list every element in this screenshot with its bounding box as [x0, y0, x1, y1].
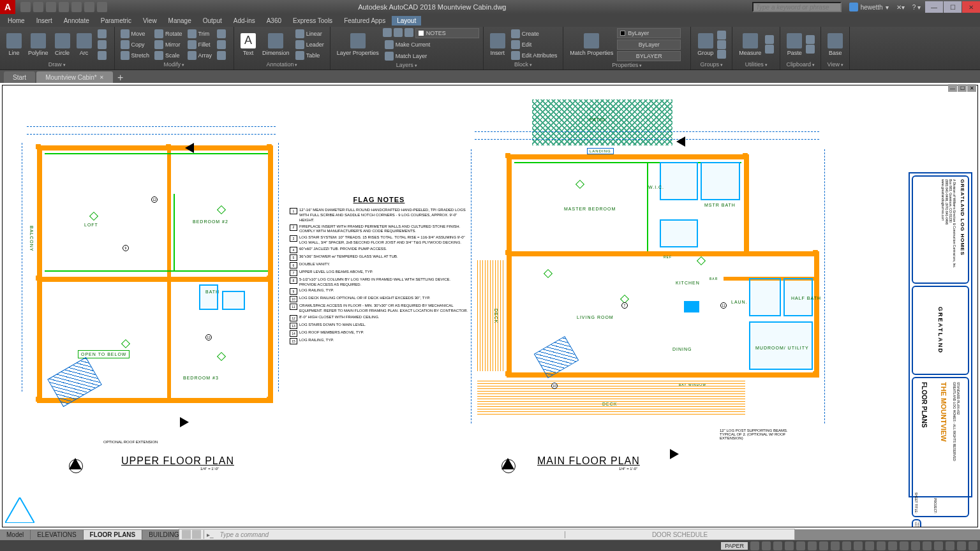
g3-icon[interactable]: [717, 50, 726, 59]
doc-min-button[interactable]: —: [948, 84, 957, 92]
maximize-button[interactable]: ☐: [944, 1, 961, 13]
app-logo[interactable]: A: [0, 0, 15, 14]
tab-add-ins[interactable]: Add-ins: [228, 16, 260, 26]
edit-block-button[interactable]: Edit: [509, 40, 560, 50]
drawing-canvas[interactable]: LOFT BEDROOM #2 BATH BEDROOM #3 OPEN TO …: [0, 83, 980, 529]
line-button[interactable]: Line: [4, 28, 24, 61]
text-button[interactable]: AText: [238, 28, 258, 61]
tab-manage[interactable]: Manage: [163, 16, 197, 26]
polar-icon[interactable]: [785, 541, 794, 550]
qat-plot-icon[interactable]: [71, 2, 82, 12]
color-combo[interactable]: ByLayer: [617, 28, 681, 38]
lineweight-combo[interactable]: ByLayer: [617, 40, 681, 50]
cmd-close-icon[interactable]: [182, 530, 191, 539]
snap-icon[interactable]: [762, 541, 771, 550]
rotate-button[interactable]: Rotate: [152, 29, 184, 39]
add-tab-button[interactable]: +: [114, 73, 127, 83]
panel-title-annotation[interactable]: Annotation: [238, 61, 326, 68]
match-properties-button[interactable]: Match Properties: [567, 28, 616, 61]
tab-layout[interactable]: Layout: [392, 16, 421, 26]
isolate-icon[interactable]: [946, 541, 954, 550]
doc-max-button[interactable]: ☐: [958, 84, 967, 92]
draw-extra1[interactable]: [96, 29, 110, 39]
mod-extra3[interactable]: [215, 50, 230, 61]
array-button[interactable]: Array: [186, 50, 214, 61]
draw-extra3[interactable]: [96, 50, 110, 61]
stretch-button[interactable]: Stretch: [119, 50, 152, 61]
file-tab[interactable]: Start: [4, 71, 35, 83]
tab-home[interactable]: Home: [3, 16, 30, 26]
panel-title-view[interactable]: View: [825, 61, 845, 68]
make-current-button[interactable]: Make Current: [383, 40, 479, 50]
base-button[interactable]: Base: [825, 28, 845, 61]
transparency-icon[interactable]: [831, 541, 840, 550]
otrack-icon[interactable]: [808, 541, 817, 550]
layer-properties-button[interactable]: Layer Properties: [334, 28, 382, 61]
layer2-icon[interactable]: [394, 28, 403, 37]
draw-extra2[interactable]: [96, 40, 110, 50]
create-block-button[interactable]: Create: [509, 29, 560, 39]
clean-icon[interactable]: [957, 541, 966, 550]
table-button[interactable]: Table: [293, 50, 326, 61]
tab-insert[interactable]: Insert: [31, 16, 57, 26]
mirror-button[interactable]: Mirror: [152, 40, 184, 50]
annomon-icon[interactable]: [888, 541, 897, 550]
grid-icon[interactable]: [750, 541, 759, 550]
ortho-icon[interactable]: [773, 541, 782, 550]
edit-attrs-button[interactable]: Edit Attributes: [509, 50, 560, 61]
panel-title-layers[interactable]: Layers: [334, 61, 479, 69]
user-menu[interactable]: hewetth ▾: [845, 3, 893, 11]
exchange-button[interactable]: ✕▾: [893, 4, 909, 11]
search-input[interactable]: [752, 2, 842, 12]
panel-title-groups[interactable]: Groups: [695, 61, 728, 68]
minimize-button[interactable]: —: [925, 1, 943, 13]
close-button[interactable]: ✕: [962, 1, 980, 13]
group-button[interactable]: Group: [695, 28, 716, 61]
measure-button[interactable]: Measure: [736, 28, 764, 61]
paste-button[interactable]: Paste: [784, 28, 805, 61]
tab-a360[interactable]: A360: [262, 16, 286, 26]
mod-extra2[interactable]: [215, 40, 230, 50]
tab-express-tools[interactable]: Express Tools: [288, 16, 338, 26]
status-mode[interactable]: PAPER: [721, 542, 748, 550]
panel-title-modify[interactable]: Modify: [119, 61, 230, 68]
circle-button[interactable]: Circle: [52, 28, 73, 61]
linear-button[interactable]: Linear: [293, 29, 326, 39]
tab-parametric[interactable]: Parametric: [96, 16, 137, 26]
sc-icon[interactable]: [854, 541, 863, 550]
linetype-combo[interactable]: BYLAYER: [617, 51, 681, 61]
layer1-icon[interactable]: [383, 28, 392, 37]
panel-title-block[interactable]: Block: [487, 61, 560, 68]
match-layer-button[interactable]: Match Layer: [383, 51, 479, 61]
panel-title-utilities[interactable]: Utilities: [736, 61, 776, 68]
custom-icon[interactable]: [969, 541, 977, 550]
dimension-button[interactable]: Dimension: [260, 28, 292, 61]
qat-save-icon[interactable]: [46, 2, 56, 12]
cut-icon[interactable]: [806, 35, 815, 44]
layout-tab-floor-plans[interactable]: FLOOR PLANS: [84, 530, 143, 540]
panel-title-draw[interactable]: Draw: [4, 61, 110, 68]
qat-undo-icon[interactable]: [84, 2, 94, 12]
hardware-icon[interactable]: [934, 541, 943, 550]
trim-button[interactable]: Trim: [186, 29, 214, 39]
qat-redo-icon[interactable]: [97, 2, 107, 12]
quickprops-icon[interactable]: [911, 541, 920, 550]
tab-view[interactable]: View: [138, 16, 162, 26]
tab-annotate[interactable]: Annotate: [59, 16, 94, 26]
qat-saveas-icon[interactable]: [59, 2, 69, 12]
annoscale-icon[interactable]: [865, 541, 874, 550]
polyline-button[interactable]: Polyline: [26, 28, 51, 61]
layout-tab-model[interactable]: Model: [0, 530, 31, 540]
u1-icon[interactable]: [765, 35, 774, 44]
doc-close-button[interactable]: ✕: [967, 84, 976, 92]
g1-icon[interactable]: [717, 31, 726, 40]
panel-title-properties[interactable]: Properties: [567, 61, 687, 69]
file-tab[interactable]: Mountview Cabin*✕: [36, 71, 113, 83]
layer-combo[interactable]: NOTES: [415, 28, 479, 38]
arc-button[interactable]: Arc: [74, 28, 94, 61]
lock-icon[interactable]: [923, 541, 932, 550]
scale-button[interactable]: Scale: [152, 50, 184, 61]
copy-button[interactable]: Copy: [119, 40, 152, 50]
move-button[interactable]: Move: [119, 29, 152, 39]
tab-output[interactable]: Output: [198, 16, 227, 26]
